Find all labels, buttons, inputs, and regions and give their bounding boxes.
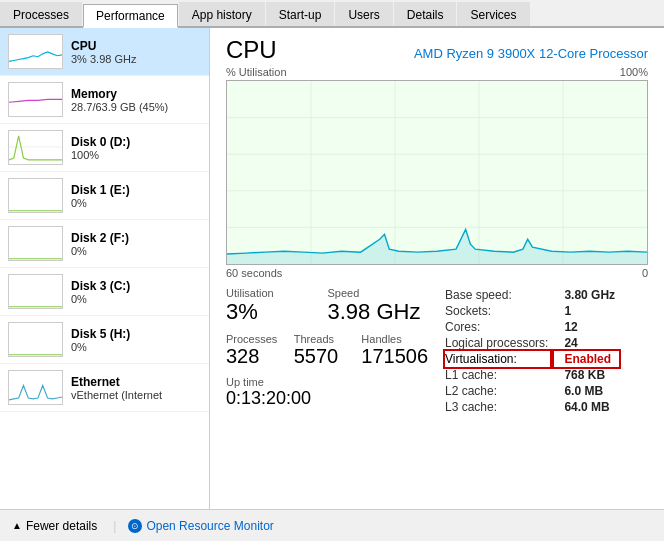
l2-label: L2 cache: — [445, 383, 552, 399]
sidebar: CPU 3% 3.98 GHz Memory 28.7/63.9 GB (45%… — [0, 28, 210, 509]
disk5-thumbnail — [8, 322, 63, 357]
detail-table: Base speed: 3.80 GHz Sockets: 1 Cores: 1… — [445, 287, 619, 415]
disk5-sidebar-info: Disk 5 (H:) 0% — [71, 327, 130, 353]
sidebar-item-disk3[interactable]: Disk 3 (C:) 0% — [0, 268, 209, 316]
disk5-sidebar-value: 0% — [71, 341, 130, 353]
l2-row: L2 cache: 6.0 MB — [445, 383, 619, 399]
disk1-sidebar-info: Disk 1 (E:) 0% — [71, 183, 130, 209]
processes-stat: Processes 328 — [226, 333, 294, 368]
logical-label: Logical processors: — [445, 335, 552, 351]
cpu-sidebar-name: CPU — [71, 39, 136, 53]
left-stats-section: Utilisation 3% Speed 3.98 GHz Processes … — [226, 287, 429, 415]
tab-services[interactable]: Services — [457, 2, 529, 26]
svg-rect-10 — [227, 81, 647, 264]
sidebar-item-cpu[interactable]: CPU 3% 3.98 GHz — [0, 28, 209, 76]
disk2-sidebar-value: 0% — [71, 245, 129, 257]
tab-users[interactable]: Users — [335, 2, 392, 26]
uptime-stat-label: Up time — [226, 376, 429, 388]
speed-stat-value: 3.98 GHz — [328, 299, 430, 325]
handles-stat-value: 171506 — [361, 345, 429, 368]
ethernet-sidebar-name: Ethernet — [71, 375, 162, 389]
sidebar-item-ethernet[interactable]: Ethernet vEthernet (Internet — [0, 364, 209, 412]
ethernet-sidebar-value: vEthernet (Internet — [71, 389, 162, 401]
sockets-row: Sockets: 1 — [445, 303, 619, 319]
disk0-thumbnail — [8, 130, 63, 165]
cpu-model: AMD Ryzen 9 3900X 12-Core Processor — [414, 46, 648, 61]
memory-thumbnail — [8, 82, 63, 117]
memory-sidebar-value: 28.7/63.9 GB (45%) — [71, 101, 168, 113]
tab-app-history[interactable]: App history — [179, 2, 265, 26]
sidebar-item-disk2[interactable]: Disk 2 (F:) 0% — [0, 220, 209, 268]
chart-time-left: 60 seconds — [226, 267, 282, 279]
speed-stat-label: Speed — [328, 287, 430, 299]
processes-stat-value: 328 — [226, 345, 294, 368]
l1-label: L1 cache: — [445, 367, 552, 383]
right-details-section: Base speed: 3.80 GHz Sockets: 1 Cores: 1… — [445, 287, 648, 415]
base-speed-value: 3.80 GHz — [552, 287, 619, 303]
right-panel: CPU AMD Ryzen 9 3900X 12-Core Processor … — [210, 28, 664, 509]
chevron-down-icon: ▲ — [12, 520, 22, 531]
cores-value: 12 — [552, 319, 619, 335]
cpu-chart — [226, 80, 648, 265]
cpu-sidebar-info: CPU 3% 3.98 GHz — [71, 39, 136, 65]
disk1-sidebar-name: Disk 1 (E:) — [71, 183, 130, 197]
disk1-sidebar-value: 0% — [71, 197, 130, 209]
handles-stat-label: Handles — [361, 333, 429, 345]
l3-value: 64.0 MB — [552, 399, 619, 415]
fewer-details-button[interactable]: ▲ Fewer details — [8, 517, 101, 535]
tab-processes[interactable]: Processes — [0, 2, 82, 26]
tab-details[interactable]: Details — [394, 2, 457, 26]
svg-rect-0 — [9, 35, 62, 68]
sidebar-item-disk0[interactable]: Disk 0 (D:) 100% — [0, 124, 209, 172]
cpu-thumbnail — [8, 34, 63, 69]
tab-performance[interactable]: Performance — [83, 4, 178, 28]
sidebar-item-disk5[interactable]: Disk 5 (H:) 0% — [0, 316, 209, 364]
base-speed-label: Base speed: — [445, 287, 552, 303]
utilisation-label-right: 100% — [620, 66, 648, 78]
tab-bar: Processes Performance App history Start-… — [0, 0, 664, 28]
uptime-stat-value: 0:13:20:00 — [226, 388, 429, 409]
disk3-sidebar-name: Disk 3 (C:) — [71, 279, 130, 293]
cores-label: Cores: — [445, 319, 552, 335]
disk0-sidebar-value: 100% — [71, 149, 130, 161]
l1-row: L1 cache: 768 KB — [445, 367, 619, 383]
processes-stat-label: Processes — [226, 333, 294, 345]
cores-row: Cores: 12 — [445, 319, 619, 335]
disk3-sidebar-info: Disk 3 (C:) 0% — [71, 279, 130, 305]
open-resource-icon: ⊙ — [128, 519, 142, 533]
threads-stat: Threads 5570 — [294, 333, 362, 368]
utilisation-stat: Utilisation 3% — [226, 287, 328, 325]
sidebar-item-memory[interactable]: Memory 28.7/63.9 GB (45%) — [0, 76, 209, 124]
cpu-panel-header: CPU AMD Ryzen 9 3900X 12-Core Processor — [226, 36, 648, 64]
threads-stat-label: Threads — [294, 333, 362, 345]
disk2-thumbnail — [8, 226, 63, 261]
svg-rect-7 — [9, 275, 62, 309]
disk2-sidebar-name: Disk 2 (F:) — [71, 231, 129, 245]
tab-startup[interactable]: Start-up — [266, 2, 335, 26]
uptime-stat: Up time 0:13:20:00 — [226, 376, 429, 409]
chart-time-labels: 60 seconds 0 — [226, 267, 648, 279]
virt-label: Virtualisation: — [445, 351, 552, 367]
sidebar-item-disk1[interactable]: Disk 1 (E:) 0% — [0, 172, 209, 220]
open-resource-monitor-link[interactable]: ⊙ Open Resource Monitor — [128, 519, 273, 533]
l3-label: L3 cache: — [445, 399, 552, 415]
disk0-sidebar-info: Disk 0 (D:) 100% — [71, 135, 130, 161]
speed-stat: Speed 3.98 GHz — [328, 287, 430, 325]
ethernet-thumbnail — [8, 370, 63, 405]
utilisation-label-left: % Utilisation — [226, 66, 287, 78]
threads-stat-value: 5570 — [294, 345, 362, 368]
memory-sidebar-info: Memory 28.7/63.9 GB (45%) — [71, 87, 168, 113]
disk5-sidebar-name: Disk 5 (H:) — [71, 327, 130, 341]
util-speed-row: Utilisation 3% Speed 3.98 GHz — [226, 287, 429, 329]
svg-rect-5 — [9, 179, 62, 213]
chart-time-right: 0 — [642, 267, 648, 279]
disk3-thumbnail — [8, 274, 63, 309]
cpu-sidebar-value: 3% 3.98 GHz — [71, 53, 136, 65]
disk0-sidebar-name: Disk 0 (D:) — [71, 135, 130, 149]
handles-stat: Handles 171506 — [361, 333, 429, 368]
svg-rect-8 — [9, 323, 62, 357]
logical-value: 24 — [552, 335, 619, 351]
open-resource-monitor-label: Open Resource Monitor — [146, 519, 273, 533]
footer-divider: | — [113, 519, 116, 533]
footer: ▲ Fewer details | ⊙ Open Resource Monito… — [0, 509, 664, 541]
